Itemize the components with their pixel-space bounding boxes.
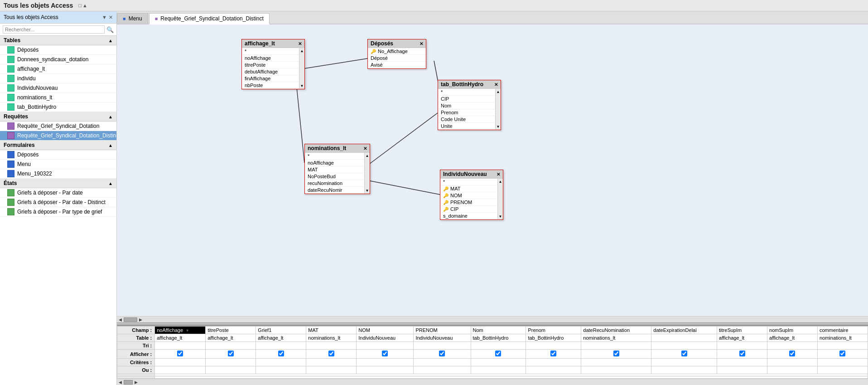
field-cell[interactable]: NOM	[357, 327, 414, 334]
afficher-checkbox[interactable]	[228, 351, 234, 356]
table-box-header[interactable]: tab_BottinHydro ✕	[438, 80, 501, 89]
scroll-down-icon[interactable]: ▼	[366, 189, 369, 193]
scroll-down-icon[interactable]: ▼	[497, 125, 500, 129]
ou-cell[interactable]	[357, 366, 414, 374]
table-cell[interactable]: nominations_lt	[306, 334, 357, 342]
field-cell[interactable]: dateExpirationDelai	[651, 327, 717, 334]
tri-cell[interactable]	[155, 342, 206, 350]
tri-cell[interactable]	[471, 342, 526, 350]
grid-hscroll-right[interactable]: ▶	[134, 380, 139, 385]
afficher-cell[interactable]	[767, 350, 818, 359]
field-cell[interactable]: Nom	[471, 327, 526, 334]
sidebar-item-individu-nouveau[interactable]: IndividuNouveau	[0, 83, 116, 93]
grid-hscroll-left[interactable]: ◀	[118, 380, 123, 385]
sidebar-item-nominations[interactable]: nominations_lt	[0, 93, 116, 102]
tab-menu[interactable]: ■ Menu	[117, 13, 148, 24]
sidebar-item-etat2[interactable]: Griefs à déposer - Par date - Distinct	[0, 198, 116, 207]
field-cell[interactable]: Prenom	[526, 327, 581, 334]
scroll-up-icon[interactable]: ▲	[366, 154, 369, 158]
sidebar-item-affichage[interactable]: affichage_lt	[0, 64, 116, 74]
sidebar-item-individu[interactable]: individu	[0, 74, 116, 83]
afficher-cell[interactable]	[357, 350, 414, 359]
formulaires-section-header[interactable]: Formulaires ▲	[0, 141, 116, 150]
table-cell[interactable]: tab_BottinHydro	[471, 334, 526, 342]
sidebar-item-donnees[interactable]: Donnees_syndicaux_dotation	[0, 55, 116, 64]
tri-cell[interactable]	[306, 342, 357, 350]
tri-cell[interactable]	[357, 342, 414, 350]
ou-cell[interactable]	[717, 366, 767, 374]
table-close-icon[interactable]: ✕	[494, 82, 498, 87]
ou-cell[interactable]	[767, 366, 818, 374]
field-cell[interactable]: titreSupIm	[717, 327, 767, 334]
afficher-cell[interactable]	[581, 350, 651, 359]
tri-cell[interactable]	[651, 342, 717, 350]
criteres-cell[interactable]	[717, 359, 767, 366]
hscroll-thumb[interactable]	[124, 317, 137, 322]
table-cell[interactable]: IndividuNouveau	[414, 334, 471, 342]
scroll-up-icon[interactable]: ▲	[497, 90, 500, 94]
table-box-header[interactable]: nominations_lt ✕	[305, 144, 370, 153]
afficher-cell[interactable]	[526, 350, 581, 359]
hscroll-left-arrow[interactable]: ◀	[118, 317, 123, 322]
tri-cell[interactable]	[526, 342, 581, 350]
table-close-icon[interactable]: ✕	[420, 41, 423, 46]
sidebar-item-req2[interactable]: Requête_Grief_Syndical_Dotation_Distinct	[0, 131, 116, 141]
afficher-cell[interactable]	[256, 350, 306, 359]
search-icon[interactable]: 🔍	[106, 26, 114, 33]
field-cell[interactable]: titrePoste	[206, 327, 256, 334]
table-cell[interactable]: affichage_lt	[155, 334, 206, 342]
minimize-icon[interactable]: □	[78, 3, 82, 8]
table-close-icon[interactable]: ✕	[363, 146, 367, 151]
field-cell[interactable]: nomSupIm	[767, 327, 818, 334]
grid-hscroll-thumb[interactable]	[124, 380, 133, 385]
criteres-cell[interactable]	[767, 359, 818, 366]
table-close-icon[interactable]: ✕	[497, 172, 500, 177]
afficher-checkbox[interactable]	[439, 351, 445, 356]
afficher-cell[interactable]	[206, 350, 256, 359]
field-cell[interactable]: dateRecuNomination	[581, 327, 651, 334]
criteres-cell[interactable]	[581, 359, 651, 366]
ou-cell[interactable]	[256, 366, 306, 374]
etats-section-header[interactable]: États ▲	[0, 179, 116, 188]
ou-cell[interactable]	[526, 366, 581, 374]
table-cell[interactable]	[651, 334, 717, 342]
table-box-header[interactable]: affichage_lt ✕	[242, 39, 304, 48]
criteres-cell[interactable]	[414, 359, 471, 366]
ou-cell[interactable]	[414, 366, 471, 374]
ou-cell[interactable]	[581, 366, 651, 374]
ou-cell[interactable]	[306, 366, 357, 374]
afficher-checkbox[interactable]	[278, 351, 284, 356]
hscroll-right-arrow[interactable]: ▶	[138, 317, 143, 322]
table-cell[interactable]: affichage_lt	[767, 334, 818, 342]
scroll-down-icon[interactable]: ▼	[300, 84, 304, 88]
afficher-cell[interactable]	[414, 350, 471, 359]
tri-cell[interactable]	[256, 342, 306, 350]
afficher-checkbox[interactable]	[681, 351, 687, 356]
afficher-cell[interactable]	[155, 350, 206, 359]
table-close-icon[interactable]: ✕	[298, 41, 302, 46]
afficher-checkbox[interactable]	[382, 351, 388, 356]
dropdown-arrow[interactable]: ▼	[185, 328, 189, 333]
query-grid-wrapper[interactable]: Champ : noAffichage ▼ titrePoste Grief1 …	[117, 326, 868, 379]
table-cell[interactable]: affichage_lt	[256, 334, 306, 342]
afficher-checkbox[interactable]	[328, 351, 334, 356]
search-input[interactable]	[3, 25, 105, 34]
empty-cell[interactable]	[155, 376, 868, 379]
criteres-cell[interactable]	[256, 359, 306, 366]
sidebar-item-etat1[interactable]: Griefs à déposer - Par date	[0, 188, 116, 198]
field-cell[interactable]: Grief1	[256, 327, 306, 334]
criteres-cell[interactable]	[471, 359, 526, 366]
tables-section-header[interactable]: Tables ▲	[0, 36, 116, 45]
afficher-cell[interactable]	[717, 350, 767, 359]
table-cell[interactable]: nominations_lt	[581, 334, 651, 342]
afficher-checkbox[interactable]	[495, 351, 501, 356]
afficher-checkbox[interactable]	[613, 351, 619, 356]
criteres-cell[interactable]	[155, 359, 206, 366]
criteres-cell[interactable]	[817, 359, 868, 366]
afficher-cell[interactable]	[306, 350, 357, 359]
table-cell[interactable]: tab_BottinHydro	[526, 334, 581, 342]
criteres-cell[interactable]	[306, 359, 357, 366]
requetes-section-header[interactable]: Requêtes ▲	[0, 112, 116, 122]
ou-cell[interactable]	[651, 366, 717, 374]
table-cell[interactable]: nominations_lt	[817, 334, 868, 342]
